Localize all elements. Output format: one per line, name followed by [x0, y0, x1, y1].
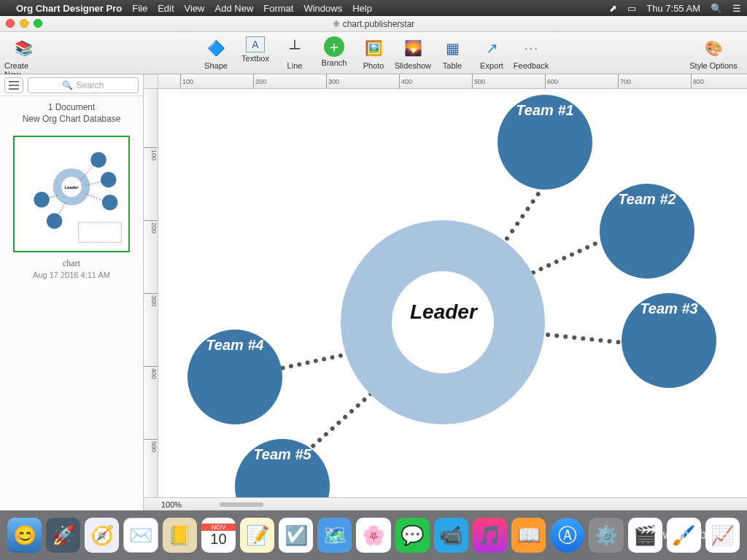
node-label: Team #4 [206, 337, 263, 354]
ruler-tick: 100 [144, 147, 158, 160]
menu-view[interactable]: View [185, 3, 205, 14]
ruler-tick: 200 [144, 220, 158, 233]
photo-button[interactable]: 🖼️Photo [355, 35, 392, 70]
dock-reminders-icon[interactable]: ☑️ [279, 518, 313, 553]
slideshow-icon: 🌄 [401, 36, 425, 60]
document-thumbnail[interactable]: Leader chart Aug 17 2 [13, 136, 130, 279]
ruler-corner [144, 74, 158, 89]
svg-point-5 [102, 195, 117, 210]
branch-button[interactable]: ＋Branch [315, 35, 353, 70]
dock-calendar-icon[interactable]: NOV10 [201, 518, 236, 553]
ruler-tick: 100 [180, 74, 193, 88]
textbox-label: Textbox [241, 54, 269, 63]
create-new-button[interactable]: 📚 Create New [4, 35, 42, 79]
dock-finder-icon[interactable]: 😊 [7, 518, 42, 553]
canvas[interactable]: Leader Team #1 Team #2 Team #3 Team #4 T… [158, 89, 747, 497]
table-button[interactable]: ▦Table [433, 35, 471, 70]
minimize-button[interactable] [20, 19, 28, 28]
shape-button[interactable]: 🔷Shape [197, 35, 235, 70]
maximize-button[interactable] [34, 19, 42, 28]
node-label: Team #2 [618, 191, 676, 208]
dock-appstore-icon[interactable]: Ⓐ [550, 518, 584, 553]
horizontal-ruler: 100 200 300 400 500 600 700 800 [158, 74, 747, 89]
dock-itunes-icon[interactable]: 🎵 [473, 518, 507, 553]
dock-settings-icon[interactable]: ⚙️ [589, 518, 623, 553]
ruler-tick: 700 [618, 74, 631, 88]
search-input[interactable]: 🔍Search [28, 77, 139, 93]
toolbar: 📚 Create New 🔷Shape ATextbox ┴Line ＋Bran… [0, 32, 747, 74]
dock-app1-icon[interactable]: 🎬 [628, 518, 662, 553]
menu-file[interactable]: File [132, 3, 147, 14]
svg-line-10 [86, 194, 104, 201]
ruler-tick: 400 [399, 74, 412, 88]
menu-edit[interactable]: Edit [158, 3, 174, 14]
svg-text:Leader: Leader [64, 185, 79, 190]
document-icon: ❋ [333, 19, 340, 29]
vertical-ruler: 100 200 300 400 500 [144, 89, 158, 497]
database-name: New Org Chart Database [3, 114, 140, 124]
svg-point-3 [90, 152, 106, 167]
svg-line-8 [82, 164, 95, 179]
zoom-level[interactable]: 100% [161, 500, 182, 509]
dock-launchpad-icon[interactable]: 🚀 [46, 518, 80, 553]
shape-icon: 🔷 [204, 36, 228, 60]
window-title: ❋chart.publisherstar [333, 19, 415, 29]
create-new-icon: 📚 [12, 36, 35, 60]
dock-notes-icon[interactable]: 📝 [240, 518, 274, 553]
leader-label[interactable]: Leader [410, 300, 477, 324]
menu-extras-icon[interactable]: ☰ [732, 3, 741, 14]
ruler-tick: 300 [144, 293, 158, 306]
document-count: 1 Document [3, 102, 140, 112]
dock-photos-icon[interactable]: 🌸 [356, 518, 390, 553]
export-icon: ↗ [480, 36, 503, 60]
node-team-2[interactable]: Team #2 [600, 184, 694, 279]
menu-format[interactable]: Format [263, 3, 293, 14]
shape-label: Shape [204, 61, 228, 70]
svg-rect-13 [79, 222, 122, 242]
branch-icon: ＋ [324, 36, 344, 57]
status-bar: 100% [144, 497, 747, 510]
style-options-button[interactable]: 🎨Style Options [684, 35, 743, 70]
node-team-1[interactable]: Team #1 [498, 95, 592, 190]
textbox-button[interactable]: ATextbox [236, 35, 274, 70]
sidebar-meta: 1 Document New Org Chart Database [0, 96, 143, 131]
watermark: wkhub.com [662, 527, 741, 542]
node-team-3[interactable]: Team #3 [622, 293, 716, 388]
sidebar-menu-button[interactable] [4, 77, 23, 93]
feedback-button[interactable]: ⋯Feedback [512, 35, 550, 70]
dock-facetime-icon[interactable]: 📹 [434, 518, 468, 553]
export-button[interactable]: ↗Export [473, 35, 511, 70]
search-icon: 🔍 [62, 80, 73, 90]
menu-add-new[interactable]: Add New [215, 3, 254, 14]
window-title-text: chart.publisherstar [343, 19, 415, 29]
dock-ibooks-icon[interactable]: 📖 [511, 518, 546, 553]
line-button[interactable]: ┴Line [276, 35, 314, 70]
ruler-tick: 200 [253, 74, 266, 88]
scroll-grip[interactable] [220, 502, 263, 507]
menu-help[interactable]: Help [352, 3, 372, 14]
node-team-4[interactable]: Team #4 [187, 330, 282, 424]
ruler-tick: 800 [691, 74, 704, 88]
app-name[interactable]: Org Chart Designer Pro [16, 3, 122, 14]
sidebar: 🔍Search 1 Document New Org Chart Databas… [0, 74, 144, 510]
menu-windows[interactable]: Windows [303, 3, 342, 14]
canvas-area: 100 200 300 400 500 600 700 800 100 200 … [144, 74, 747, 510]
dock-messages-icon[interactable]: 💬 [395, 518, 430, 553]
slideshow-button[interactable]: 🌄Slideshow [394, 35, 432, 70]
dock-mail-icon[interactable]: ✉️ [123, 518, 158, 553]
ruler-tick: 600 [545, 74, 558, 88]
style-options-label: Style Options [689, 61, 737, 70]
dock-contacts-icon[interactable]: 📒 [163, 518, 197, 553]
node-team-5[interactable]: Team #5 [235, 439, 330, 497]
close-button[interactable] [6, 19, 15, 28]
dock-maps-icon[interactable]: 🗺️ [317, 518, 352, 553]
cursor-icon[interactable]: ⬈ [609, 3, 617, 14]
svg-point-7 [47, 213, 62, 228]
spotlight-icon[interactable]: 🔍 [711, 3, 722, 14]
mac-menubar: Org Chart Designer Pro File Edit View Ad… [0, 0, 747, 16]
displays-icon[interactable]: ▭ [627, 3, 636, 14]
line-icon: ┴ [283, 36, 306, 60]
clock[interactable]: Thu 7:55 AM [646, 3, 700, 14]
app-window: ❋chart.publisherstar 📚 Create New 🔷Shape… [0, 16, 747, 510]
dock-safari-icon[interactable]: 🧭 [85, 518, 119, 553]
